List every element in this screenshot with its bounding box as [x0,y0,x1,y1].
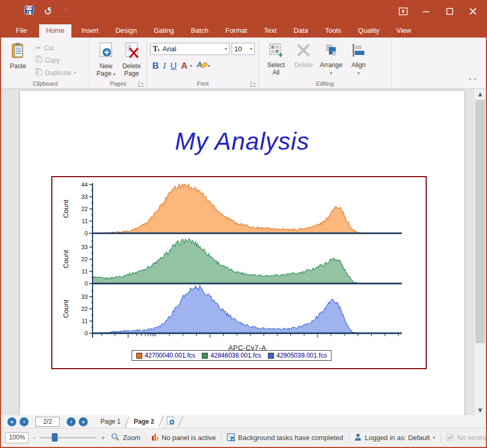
collapse-ribbon-button[interactable]: ⌃⌃ [468,77,477,84]
svg-text:33: 33 [81,194,88,200]
font-group-label: Font [147,80,259,87]
previous-page-button[interactable]: ‹ [20,417,29,426]
font-size-value: 10 [234,45,242,53]
pages-dialog-launcher[interactable]: ↘ [139,81,144,87]
page-title[interactable]: My Analysis [20,127,464,156]
close-button[interactable] [466,6,480,18]
ribbon-tab-row: File Home Insert Design Gating Batch For… [1,24,486,38]
chart-legend: 42700040.001.fcs 42846038.001.fcs 429050… [132,350,332,361]
chevron-up-icon: ▲ [478,91,482,97]
svg-text:0: 0 [85,330,88,336]
page-tab-1[interactable]: Page 1 [94,415,127,428]
bold-button[interactable]: B [152,61,159,71]
logged-in-menu[interactable]: Logged in as: Default ▾ [354,433,435,443]
zoom-slider-thumb[interactable] [52,433,58,442]
undo-button[interactable]: ↺ [42,5,54,17]
delete-button[interactable]: Delete [290,41,317,77]
svg-text:44: 44 [81,181,88,188]
error-status: No errors [446,433,486,443]
active-panel-status-label: No panel is active [162,434,216,442]
font-color-button[interactable]: A ▾ [181,61,192,71]
layout-page[interactable]: My Analysis 011223344Count0112233Count01… [20,91,464,415]
chevron-right-icon: › [70,419,72,425]
undo-icon: ↺ [42,4,53,17]
cut-button[interactable]: ✂ Cut [34,43,78,52]
first-page-button[interactable]: « [7,417,16,426]
editing-group-label: Editing [259,80,391,87]
tab-home[interactable]: Home [39,24,71,38]
scrollbar-thumb[interactable] [475,100,485,343]
chevron-left-icon: ‹ [23,419,25,425]
minimize-button[interactable] [419,6,433,18]
background-tasks-label: Background tasks have completed [238,434,343,442]
font-family-select[interactable]: Tr Arial ▾ [150,43,229,55]
redo-button[interactable]: ↺ [61,5,73,17]
font-dialog-launcher[interactable]: ↘ [251,81,256,87]
scroll-up-button[interactable]: ▲ [474,89,486,99]
zoom-percent-input[interactable]: 100% [5,432,29,443]
duplicate-icon [35,68,42,77]
histogram-chart[interactable]: 011223344Count0112233Count0112233CountAP… [51,176,427,369]
copy-button[interactable]: Copy [34,55,78,65]
bar-chart-icon [152,433,159,442]
title-bar: ↺ ↺ [1,1,486,24]
tab-design[interactable]: Design [108,24,143,38]
new-page-label: New Page ▾ [93,63,119,78]
legend-swatch-blue [268,353,274,359]
tab-insert[interactable]: Insert [75,24,106,38]
maximize-button[interactable] [443,6,456,18]
arrange-button[interactable]: Arrange▾ [317,41,345,77]
duplicate-button[interactable]: Duplicate ▾ [34,68,78,78]
font-size-dropdown-icon: ▾ [248,47,252,51]
tab-format[interactable]: Format [218,24,254,38]
cut-label: Cut [44,44,54,52]
tab-batch[interactable]: Batch [184,24,215,38]
magnifier-icon [111,433,120,443]
zoom-tool-button[interactable]: Zoom [111,433,140,443]
zoom-in-label[interactable]: + [101,434,105,442]
font-group: Tr Arial ▾ 10 ▾ B I U A ▾ A ▾ [147,38,259,88]
highlight-button[interactable]: A ▾ [196,60,210,72]
svg-text:22: 22 [81,256,88,262]
close-icon [470,7,476,17]
next-page-button[interactable]: › [67,417,76,426]
tab-view[interactable]: View [390,24,418,38]
scroll-down-button[interactable]: ▼ [474,405,486,415]
align-button[interactable]: Align▾ [345,41,372,77]
paste-button[interactable]: Paste [4,41,32,77]
new-page-tab-button[interactable] [161,416,180,427]
tab-tools[interactable]: Tools [318,24,348,38]
tab-quality[interactable]: Quality [351,24,386,38]
cut-icon: ✂ [35,44,41,52]
zoom-out-label[interactable]: - [33,434,35,442]
save-button[interactable] [23,5,35,17]
last-page-button[interactable]: » [79,417,88,426]
tab-gating[interactable]: Gating [147,24,181,38]
app-window: ↺ ↺ File Home Insert Design Gating [0,0,487,448]
highlight-dropdown-icon: ▾ [208,63,210,68]
tab-file[interactable]: File [9,24,34,38]
vertical-scrollbar[interactable]: ▲ ▼ [474,89,485,415]
underline-button[interactable]: U [170,61,177,71]
ribbon-display-options-button[interactable] [396,6,410,18]
tab-data[interactable]: Data [287,24,315,38]
delete-page-icon [124,42,140,61]
active-panel-status[interactable]: No panel is active [152,433,216,442]
legend-swatch-orange [136,353,142,359]
tab-text[interactable]: Text [257,24,283,38]
new-page-button[interactable]: New Page ▾ [93,41,119,78]
delete-page-button[interactable]: Delete Page [119,41,145,78]
align-dropdown-icon: ▾ [357,71,360,76]
font-family-dropdown-icon: ▾ [223,47,227,51]
select-all-button[interactable]: Select All [262,41,290,77]
font-family-value: Arial [162,45,176,53]
background-tasks-status[interactable]: Background tasks have completed [227,433,343,443]
italic-button[interactable]: I [163,61,166,71]
zoom-slider[interactable] [40,437,97,438]
legend-label: 42700040.001.fcs [145,352,195,359]
page-tab-2[interactable]: Page 2 [127,415,161,428]
font-size-select[interactable]: 10 ▾ [232,43,255,55]
page-indicator[interactable]: 2/2 [35,417,60,427]
pages-group-label: Pages [90,80,146,87]
maximize-icon [446,7,453,17]
